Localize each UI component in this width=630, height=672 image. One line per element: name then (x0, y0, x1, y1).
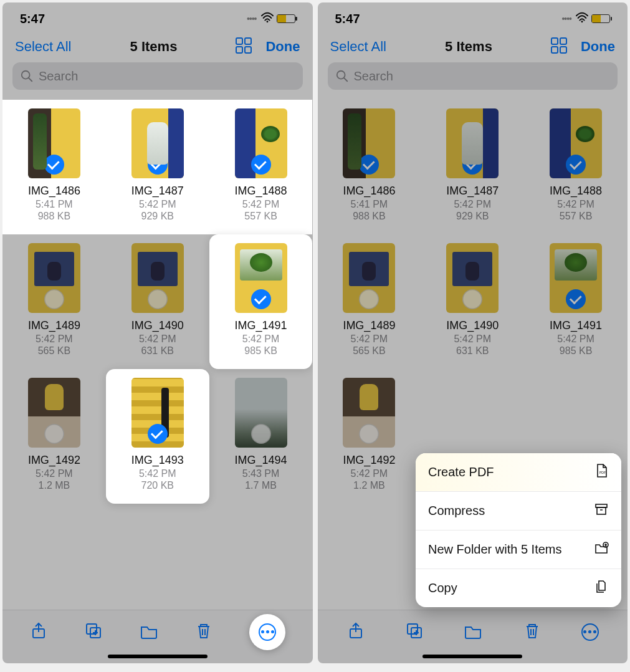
delete-button[interactable] (523, 622, 542, 643)
file-item[interactable]: IMG_14925:42 PM1.2 MB (2, 369, 106, 504)
file-item[interactable]: IMG_14905:42 PM631 KB (421, 234, 524, 369)
checkmark-badge[interactable] (148, 424, 168, 444)
share-button[interactable] (346, 622, 365, 643)
search-placeholder: Search (39, 69, 78, 84)
view-grid-icon[interactable] (551, 37, 567, 56)
pdf-icon: PDF (594, 463, 609, 481)
svg-rect-22 (597, 507, 606, 514)
selection-badge[interactable] (462, 289, 482, 309)
file-item[interactable]: IMG_14895:42 PM565 KB (2, 234, 106, 369)
context-menu: Create PDF PDF Compress New Folder with … (416, 453, 621, 607)
share-button[interactable] (29, 622, 48, 643)
battery-icon (591, 14, 610, 23)
select-all-button[interactable]: Select All (330, 39, 387, 55)
done-button[interactable]: Done (581, 39, 615, 55)
file-item[interactable]: IMG_14875:42 PM929 KB (421, 100, 524, 234)
svg-rect-2 (245, 38, 251, 44)
file-size: 557 KB (244, 211, 277, 222)
file-item[interactable]: IMG_14865:41 PM988 KB (2, 100, 106, 234)
file-name: IMG_1487 (446, 185, 499, 198)
select-all-button[interactable]: Select All (15, 39, 72, 55)
duplicate-button[interactable] (84, 622, 103, 643)
file-size: 565 KB (38, 345, 70, 357)
menu-new-folder[interactable]: New Folder with 5 Items (416, 530, 621, 569)
file-item[interactable]: IMG_14895:42 PM565 KB (318, 234, 421, 369)
selection-badge[interactable] (148, 289, 168, 309)
svg-rect-11 (551, 38, 558, 44)
checkmark-badge[interactable] (462, 155, 482, 175)
home-indicator[interactable] (422, 655, 522, 658)
selection-badge[interactable] (359, 289, 379, 309)
file-item[interactable]: IMG_14875:42 PM929 KB (106, 100, 209, 234)
search-icon (335, 69, 349, 83)
checkmark-badge[interactable] (148, 155, 168, 175)
delete-button[interactable] (194, 622, 213, 643)
file-name: IMG_1490 (131, 319, 184, 332)
search-bar[interactable]: Search (328, 62, 618, 90)
file-item[interactable]: IMG_14905:42 PM631 KB (106, 234, 209, 369)
file-item[interactable]: IMG_14915:42 PM985 KB (209, 234, 313, 369)
battery-icon (277, 14, 295, 23)
selection-badge[interactable] (359, 424, 379, 444)
thumbnail (343, 243, 395, 313)
file-time: 5:42 PM (139, 468, 176, 479)
status-time: 5:47 (20, 12, 45, 26)
more-icon (581, 623, 599, 641)
move-button[interactable] (140, 622, 158, 643)
file-item[interactable]: IMG_14915:42 PM985 KB (524, 234, 628, 369)
checkmark-badge[interactable] (251, 155, 271, 175)
file-time: 5:42 PM (242, 334, 280, 345)
file-item[interactable]: IMG_14885:42 PM557 KB (209, 100, 313, 234)
checkmark-badge[interactable] (566, 289, 586, 309)
checkmark-badge[interactable] (44, 155, 64, 175)
file-name: IMG_1492 (28, 454, 80, 467)
selection-badge[interactable] (44, 424, 64, 444)
file-time: 5:42 PM (351, 468, 388, 479)
file-grid: IMG_14865:41 PM988 KBIMG_14875:42 PM929 … (318, 96, 628, 504)
more-button[interactable] (581, 623, 599, 641)
thumbnail (131, 108, 184, 178)
checkmark-badge[interactable] (359, 155, 379, 175)
thumbnail (343, 108, 395, 178)
file-size: 1.2 MB (353, 480, 385, 491)
selection-badge[interactable] (44, 289, 64, 309)
status-time: 5:47 (335, 12, 360, 26)
search-bar[interactable]: Search (12, 62, 303, 90)
file-name: IMG_1488 (235, 185, 287, 198)
menu-create-pdf[interactable]: Create PDF PDF (416, 453, 621, 492)
home-indicator[interactable] (108, 655, 208, 658)
svg-rect-4 (245, 47, 251, 53)
folder-plus-icon (594, 540, 609, 559)
svg-rect-3 (236, 47, 242, 53)
file-item[interactable]: IMG_14885:42 PM557 KB (524, 100, 628, 234)
file-item[interactable]: IMG_14935:42 PM720 KB (106, 369, 209, 504)
checkmark-badge[interactable] (566, 155, 586, 175)
menu-compress[interactable]: Compress (416, 492, 621, 530)
file-name: IMG_1488 (550, 185, 602, 198)
file-item[interactable]: IMG_14925:42 PM1.2 MB (318, 369, 421, 504)
menu-copy[interactable]: Copy (416, 569, 621, 607)
file-name: IMG_1491 (235, 319, 287, 332)
signal-dots-icon: •••• (561, 14, 571, 24)
svg-rect-12 (560, 38, 566, 44)
file-size: 720 KB (141, 480, 174, 491)
file-name: IMG_1491 (550, 319, 602, 332)
status-bar: 5:47 •••• (2, 2, 313, 32)
view-grid-icon[interactable] (236, 37, 252, 56)
selection-badge[interactable] (251, 424, 271, 444)
duplicate-button[interactable] (405, 622, 424, 643)
file-item[interactable]: IMG_14865:41 PM988 KB (318, 100, 421, 234)
wifi-icon (260, 12, 274, 26)
svg-rect-14 (560, 47, 566, 53)
move-button[interactable] (464, 622, 482, 643)
file-time: 5:42 PM (139, 334, 176, 345)
file-size: 929 KB (141, 211, 174, 222)
checkmark-badge[interactable] (251, 289, 271, 309)
file-item[interactable]: IMG_14945:43 PM1.7 MB (209, 369, 313, 504)
page-title: 5 Items (130, 39, 178, 55)
more-button[interactable] (249, 614, 285, 650)
done-button[interactable]: Done (265, 39, 300, 55)
file-size: 1.7 MB (245, 480, 277, 491)
signal-dots-icon: •••• (247, 14, 257, 24)
svg-text:PDF: PDF (599, 471, 606, 474)
